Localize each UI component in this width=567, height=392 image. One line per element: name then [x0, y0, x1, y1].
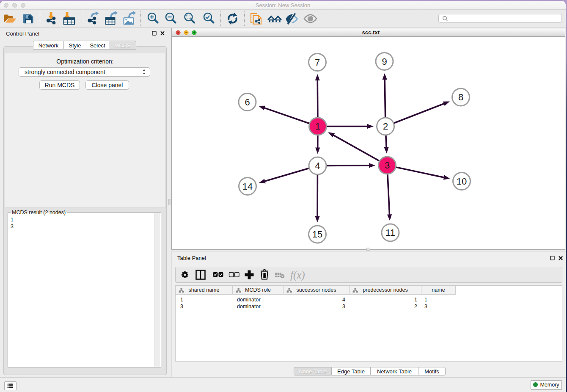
- svg-text:6: 6: [245, 97, 250, 108]
- svg-text:11: 11: [385, 227, 395, 238]
- svg-text:8: 8: [458, 92, 463, 102]
- svg-text:14: 14: [242, 181, 253, 192]
- svg-text:9: 9: [382, 56, 387, 67]
- svg-text:1: 1: [315, 121, 320, 132]
- svg-text:f(x): f(x): [290, 269, 305, 281]
- svg-text:7: 7: [315, 57, 320, 68]
- svg-text:2: 2: [383, 121, 388, 132]
- svg-text:3: 3: [385, 160, 390, 171]
- svg-text:15: 15: [312, 229, 322, 240]
- svg-text:10: 10: [457, 176, 467, 187]
- svg-text:4: 4: [315, 160, 320, 171]
